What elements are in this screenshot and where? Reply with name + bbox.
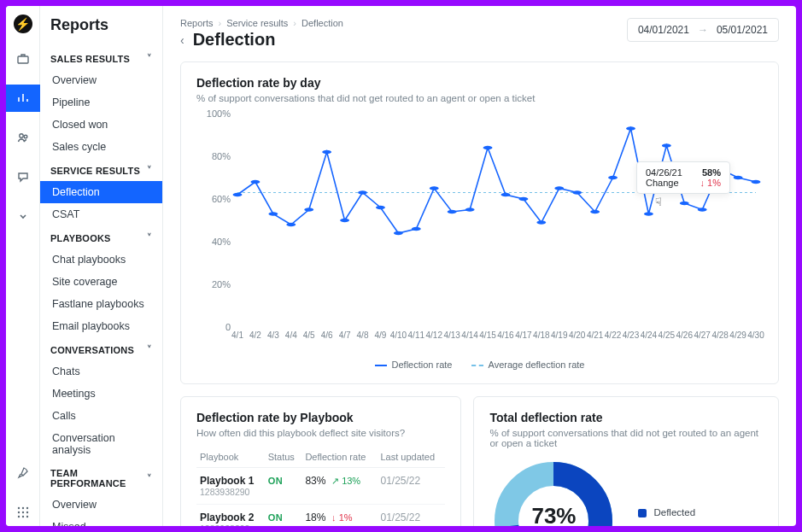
playbook-card-subtitle: How often did this playbook deflect site… [196, 428, 445, 438]
svg-point-17 [304, 208, 313, 212]
arrow-right-icon: → [698, 24, 708, 36]
svg-point-27 [483, 146, 493, 150]
sidebar-section-header[interactable]: SERVICE RESULTS˅ [40, 158, 162, 181]
x-axis-tick: 4/17 [515, 330, 531, 340]
rail-reports-icon[interactable] [6, 85, 40, 112]
table-header: Last updated [378, 447, 446, 468]
svg-point-41 [734, 176, 743, 180]
breadcrumb-item[interactable]: Reports [180, 18, 214, 28]
sidebar-item[interactable]: Chats [40, 360, 162, 383]
svg-point-35 [626, 126, 635, 131]
svg-point-31 [554, 186, 564, 190]
sidebar-section-header[interactable]: TEAM PERFORMANCE˅ [40, 461, 162, 494]
date-start: 04/01/2021 [638, 24, 689, 36]
x-axis-tick: 4/19 [551, 330, 567, 340]
y-axis-tick: 60% [212, 194, 231, 204]
svg-point-21 [376, 206, 385, 210]
rail-apps-icon[interactable] [6, 499, 40, 526]
rail-contacts-icon[interactable] [6, 124, 40, 151]
playbook-card-title: Deflection rate by Playbook [196, 411, 445, 424]
svg-point-39 [698, 208, 707, 212]
rail-rocket-icon[interactable] [6, 459, 40, 487]
sidebar-item[interactable]: Sales cycle [40, 136, 162, 158]
x-axis-tick: 4/4 [285, 330, 297, 340]
status-badge: ON [268, 512, 283, 523]
rail-collapse-chevron-icon[interactable] [6, 202, 40, 230]
table-header: Playbook [196, 447, 265, 468]
svg-point-3 [17, 507, 19, 509]
date-end: 05/01/2021 [717, 24, 768, 36]
rail-chat-icon[interactable] [6, 163, 40, 190]
svg-point-34 [608, 176, 618, 180]
svg-point-28 [501, 193, 511, 197]
status-badge: ON [268, 476, 283, 486]
table-header: Status [265, 447, 302, 468]
breadcrumb-item[interactable]: Deflection [301, 18, 343, 28]
sidebar-item[interactable]: Overview [40, 494, 162, 516]
x-axis-tick: 4/6 [321, 330, 333, 340]
x-axis-tick: 4/7 [339, 330, 351, 340]
sidebar-item[interactable]: Meetings [40, 383, 162, 405]
chart-legend: Deflection rate Average deflection rate [196, 360, 763, 370]
svg-point-22 [394, 231, 403, 236]
sidebar-item[interactable]: Pipeline [40, 91, 162, 114]
sidebar-item[interactable]: Closed won [40, 114, 162, 136]
total-card-title: Total deflection rate [489, 411, 763, 424]
chevron-down-icon: ˅ [147, 232, 152, 243]
svg-point-37 [662, 143, 671, 148]
line-chart[interactable]: 020%40%60%80%100% 4/14/24/34/44/54/64/74… [196, 114, 763, 353]
sidebar-item[interactable]: CSAT [40, 203, 162, 225]
x-axis-tick: 4/25 [659, 330, 675, 340]
sidebar-item[interactable]: Fastlane playbooks [40, 293, 162, 315]
svg-point-10 [21, 516, 23, 517]
x-axis-tick: 4/1 [231, 330, 243, 340]
table-header: Deflection rate [301, 447, 377, 468]
svg-point-29 [518, 197, 528, 202]
x-axis-tick: 4/11 [408, 330, 424, 340]
table-row[interactable]: Playbook 11283938290ON83% ↗ 13%01/25/22 [196, 468, 445, 505]
x-axis-tick: 4/24 [641, 330, 657, 340]
table-row[interactable]: Playbook 21283938292ON18% ↓ 1%01/25/22 [196, 505, 445, 527]
svg-point-38 [680, 202, 689, 206]
svg-point-20 [358, 190, 367, 195]
sidebar-item[interactable]: Deflection [40, 181, 162, 203]
svg-point-8 [26, 512, 27, 513]
chart-card: Deflection rate by day % of support conv… [180, 61, 779, 384]
donut-chart: 73% Deflected [489, 457, 618, 526]
x-axis-tick: 4/27 [694, 330, 710, 340]
chevron-down-icon: ˅ [147, 53, 152, 64]
back-chevron-icon[interactable]: ‹ [180, 33, 184, 47]
sidebar-section-header[interactable]: SALES RESULTS˅ [40, 46, 162, 69]
chevron-down-icon: ˅ [147, 344, 152, 355]
svg-point-24 [430, 186, 439, 190]
total-deflection-card: Total deflection rate % of support conve… [473, 396, 779, 526]
sidebar-section-header[interactable]: CONVERSATIONS˅ [40, 337, 162, 360]
svg-point-9 [17, 516, 19, 517]
sidebar-item[interactable]: Conversation analysis [40, 427, 162, 461]
x-axis-tick: 4/13 [443, 330, 460, 340]
x-axis-tick: 4/5 [303, 330, 315, 340]
svg-point-13 [233, 193, 243, 197]
sidebar-item[interactable]: Missed conversations [40, 516, 162, 526]
x-axis-tick: 4/29 [729, 330, 746, 340]
brand-logo[interactable]: ⚡ [14, 15, 32, 33]
sidebar-item[interactable]: Calls [40, 405, 162, 427]
sidebar-item[interactable]: Overview [40, 69, 162, 91]
sidebar-section-header[interactable]: PLAYBOOKS˅ [40, 225, 162, 248]
donut-legend: Deflected Not deflected [638, 507, 711, 526]
svg-point-4 [21, 507, 23, 509]
sidebar-item[interactable]: Chat playbooks [40, 248, 162, 271]
sidebar-item[interactable]: Site coverage [40, 271, 162, 293]
svg-point-6 [17, 512, 19, 513]
y-axis-tick: 40% [212, 237, 231, 247]
rail-briefcase-icon[interactable] [6, 45, 40, 73]
x-axis-tick: 4/8 [357, 330, 369, 340]
svg-point-5 [26, 507, 27, 509]
svg-point-30 [536, 220, 546, 225]
date-range-picker[interactable]: 04/01/2021 → 05/01/2021 [627, 18, 779, 42]
page-title: Deflection [193, 30, 276, 50]
svg-point-26 [465, 208, 475, 212]
breadcrumb-item[interactable]: Service results [226, 18, 288, 28]
x-axis-tick: 4/15 [479, 330, 495, 340]
sidebar-item[interactable]: Email playbooks [40, 315, 162, 337]
